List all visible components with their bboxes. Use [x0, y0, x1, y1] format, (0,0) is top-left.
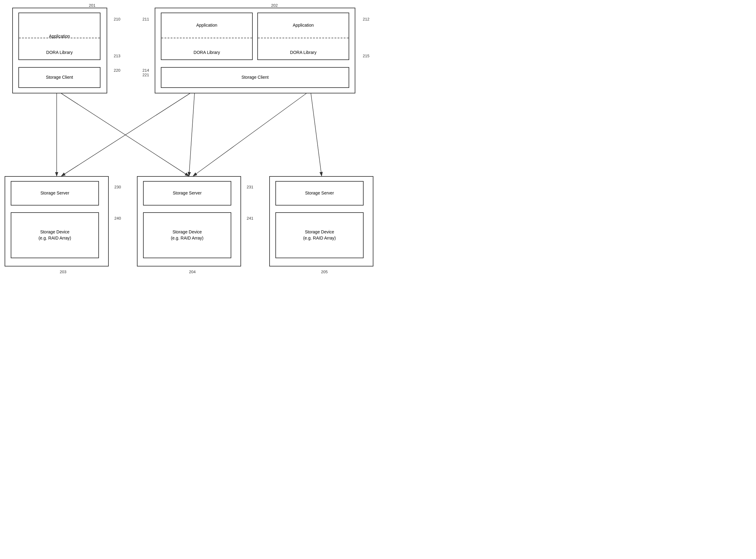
ref-210: 210: [114, 17, 120, 21]
ref-201: 201: [89, 3, 95, 8]
box-221: Storage Client: [161, 67, 349, 88]
svg-line-6: [311, 93, 321, 176]
ref-205: 205: [321, 270, 328, 274]
ref-214: 214: [142, 68, 149, 73]
dora-lib-214-label: DORA Library: [161, 50, 252, 56]
ref-215: 215: [363, 53, 370, 58]
box-202: Application DORA Library Application DOR…: [155, 8, 355, 93]
ref-241: 241: [247, 216, 253, 221]
storage-server-231-label: Storage Server: [173, 190, 202, 196]
box-204: Storage Server Storage Device (e.g. RAID…: [137, 176, 241, 267]
ref-231: 231: [247, 185, 253, 189]
diagram: Application DORA Library Storage Client …: [0, 0, 378, 280]
ref-212: 212: [363, 17, 370, 21]
storage-server-230-label: Storage Server: [40, 190, 69, 196]
storage-client-221-label: Storage Client: [241, 74, 269, 81]
box-210: Application DORA Library: [18, 13, 101, 60]
box-205: Storage Server Storage Device (e.g. RAID…: [269, 176, 373, 267]
box-220: Storage Client: [18, 67, 101, 88]
dora-lib-213-label: DORA Library: [19, 50, 100, 56]
svg-line-4: [189, 93, 195, 176]
box-231: Storage Server: [143, 181, 231, 205]
storage-device-242-label: Storage Device (e.g. RAID Array): [303, 229, 336, 241]
box-240: Storage Device (e.g. RAID Array): [11, 212, 99, 258]
box-201: Application DORA Library Storage Client …: [12, 8, 107, 93]
ref-220: 220: [114, 68, 120, 73]
storage-client-220-label: Storage Client: [46, 74, 73, 81]
ref-211: 211: [142, 17, 149, 21]
box-241: Storage Device (e.g. RAID Array): [143, 212, 231, 258]
ref-203: 203: [60, 270, 66, 274]
storage-device-241-label: Storage Device (e.g. RAID Array): [171, 229, 204, 241]
box-212: Application DORA Library: [257, 13, 349, 60]
box-203: Storage Server Storage Device (e.g. RAID…: [5, 176, 109, 267]
box-211: Application DORA Library: [161, 13, 253, 60]
box-230: Storage Server: [11, 181, 99, 205]
ref-202: 202: [271, 3, 278, 8]
app211-label: Application: [161, 22, 252, 28]
box-242: Storage Device (e.g. RAID Array): [275, 212, 363, 258]
box-232: Storage Server: [275, 181, 363, 205]
app212-label: Application: [258, 22, 349, 28]
storage-server-232-label: Storage Server: [305, 190, 334, 196]
ref-204: 204: [189, 270, 196, 274]
svg-line-2: [61, 93, 189, 176]
storage-device-240-label: Storage Device (e.g. RAID Array): [39, 229, 71, 241]
ref-230: 230: [114, 185, 121, 189]
ref-240: 240: [114, 216, 121, 221]
ref-221: 221: [142, 73, 149, 77]
svg-line-3: [61, 93, 190, 176]
svg-line-5: [193, 93, 306, 176]
ref-213: 213: [114, 53, 120, 58]
dora-lib-215-label: DORA Library: [258, 50, 349, 56]
